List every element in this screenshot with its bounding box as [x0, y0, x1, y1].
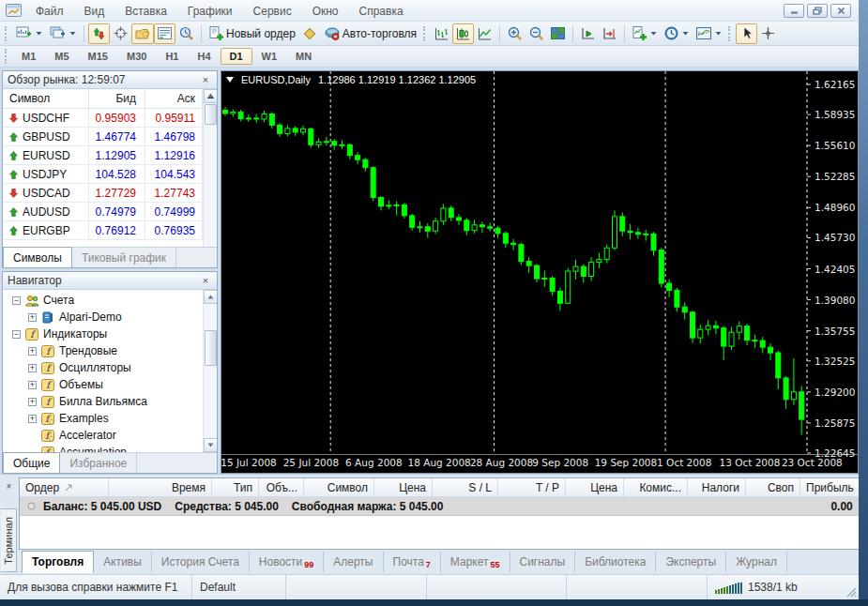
tree-item[interactable]: +fОсцилляторы [3, 359, 203, 376]
scroll-thumb[interactable] [205, 330, 217, 366]
dropdown-caret-icon[interactable] [682, 31, 689, 36]
terminal-button[interactable] [154, 23, 175, 44]
quote-row-EURGBP[interactable]: EURGBP 0.76912 0.76935 [3, 221, 203, 240]
tree-item[interactable]: +fОбъемы [3, 376, 203, 393]
auto-scroll-button[interactable] [577, 23, 599, 44]
quote-row-USDCAD[interactable]: USDCAD 1.27729 1.27743 [3, 184, 203, 203]
quote-row-EURUSD[interactable]: EURUSD 1.12905 1.12916 [3, 146, 203, 165]
resize-grip[interactable] [844, 575, 859, 599]
tree-item[interactable]: +fТрендовые [3, 342, 203, 359]
menu-Вставка[interactable]: Вставка [114, 4, 177, 19]
candlestick-chart[interactable]: 1.621651.589351.556101.522851.489601.457… [221, 71, 858, 474]
zoom-out-button[interactable] [525, 23, 547, 44]
terminal-tab-Журнал[interactable]: Журнал [726, 552, 787, 572]
terminal-tab-Библиотека[interactable]: Библиотека [575, 552, 656, 572]
terminal-column-2[interactable]: Тип [212, 478, 259, 496]
terminal-column-12[interactable]: Прибыль [800, 478, 860, 496]
timeframe-H4[interactable]: H4 [188, 48, 220, 65]
terminal-column-3[interactable]: Объ... [259, 478, 304, 496]
timeframe-M15[interactable]: M15 [79, 48, 117, 65]
crosshair-button[interactable] [757, 23, 779, 44]
tab-Тиковый график[interactable]: Тиковый график [72, 248, 176, 267]
terminal-column-6[interactable]: S / L [433, 478, 498, 496]
terminal-column-0[interactable]: Ордер [20, 478, 109, 496]
tab-Общие[interactable]: Общие [3, 452, 60, 473]
data-window-button[interactable] [110, 23, 131, 44]
zoom-in-button[interactable] [504, 23, 525, 44]
metaeditor-button[interactable] [299, 23, 321, 44]
scroll-down-icon[interactable] [204, 438, 218, 452]
terminal-column-5[interactable]: Цена [374, 478, 433, 496]
column-symbol[interactable]: Символ [3, 89, 89, 108]
quote-row-GBPUSD[interactable]: GBPUSD 1.46774 1.46798 [3, 128, 203, 146]
close-button[interactable] [830, 4, 851, 18]
terminal-tab-Торговля[interactable]: Торговля [22, 551, 94, 573]
navigator-button[interactable] [131, 23, 154, 44]
tree-item[interactable]: +Alpari-Demo [3, 309, 203, 326]
market-watch-titlebar[interactable]: Обзор рынка: 12:59:07 × [3, 71, 217, 89]
terminal-vertical-tab[interactable]: Терминал [1, 508, 17, 572]
close-icon[interactable]: × [199, 275, 212, 286]
market-watch-button[interactable] [88, 23, 110, 44]
status-profile[interactable]: Default [192, 575, 286, 599]
terminal-column-10[interactable]: Налоги [688, 478, 746, 496]
expander-plus-icon[interactable]: + [28, 347, 37, 356]
quote-row-USDCHF[interactable]: USDCHF 0.95903 0.95911 [3, 109, 203, 128]
tile-windows-button[interactable] [547, 23, 569, 44]
expander-plus-icon[interactable]: + [28, 313, 37, 322]
dropdown-caret-icon[interactable] [69, 31, 76, 36]
terminal-tab-Маркет[interactable]: Маркет55 [441, 552, 510, 572]
terminal-column-1[interactable]: Время [109, 478, 212, 496]
expander-plus-icon[interactable]: + [28, 381, 37, 389]
scroll-up-icon[interactable] [204, 290, 218, 304]
terminal-column-11[interactable]: Своп [746, 478, 800, 496]
tree-item[interactable]: −Счета [3, 292, 203, 309]
terminal-tab-Сигналы[interactable]: Сигналы [510, 552, 576, 572]
templates-button[interactable] [693, 23, 725, 44]
dropdown-caret-icon[interactable] [36, 31, 42, 36]
minimize-button[interactable] [784, 4, 804, 18]
new-chart-button[interactable] [12, 23, 46, 44]
timeframe-H1[interactable]: H1 [156, 48, 188, 65]
expander-minus-icon[interactable]: − [12, 296, 21, 305]
terminal-tab-Эксперты[interactable]: Эксперты [656, 552, 726, 572]
terminal-tab-Почта[interactable]: Почта7 [384, 552, 441, 572]
expander-minus-icon[interactable]: − [12, 330, 21, 339]
terminal-tab-Новости[interactable]: Новости99 [250, 552, 324, 572]
timeframe-W1[interactable]: W1 [252, 48, 287, 65]
tree-item[interactable]: −fИндикаторы [3, 326, 203, 342]
quote-row-USDJPY[interactable]: USDJPY 104.528 104.543 [3, 165, 203, 184]
chart-shift-button[interactable] [599, 23, 620, 44]
close-icon[interactable]: × [199, 74, 212, 85]
dropdown-caret-icon[interactable] [650, 31, 657, 36]
menu-Сервис[interactable]: Сервис [243, 4, 302, 19]
close-icon[interactable]: × [3, 480, 15, 492]
tree-item[interactable]: fAccelerator [3, 427, 203, 444]
cursor-button[interactable] [736, 23, 757, 44]
chart-line-button[interactable] [474, 23, 495, 44]
terminal-tab-Активы[interactable]: Активы [94, 552, 152, 572]
tab-Символы[interactable]: Символы [3, 247, 72, 267]
navigator-scrollbar[interactable] [203, 290, 217, 452]
expander-plus-icon[interactable]: + [28, 398, 37, 406]
autotrading-button[interactable]: Авто-торговля [321, 23, 420, 44]
expander-plus-icon[interactable]: + [28, 415, 37, 423]
periods-button[interactable] [661, 23, 693, 44]
timeframe-M1[interactable]: M1 [12, 48, 45, 65]
chart-candles-button[interactable] [452, 23, 474, 44]
profiles-button[interactable] [46, 23, 80, 44]
chart-window[interactable]: EURUSD,Daily 1.12986 1.12919 1.12362 1.1… [221, 70, 859, 474]
tree-item[interactable]: fAccumulation [3, 444, 203, 452]
navigator-titlebar[interactable]: Навигатор × [3, 272, 217, 290]
timeframe-M30[interactable]: M30 [117, 48, 156, 65]
chart-bars-button[interactable] [431, 23, 452, 44]
scroll-thumb[interactable] [205, 104, 217, 125]
restore-button[interactable] [807, 4, 828, 18]
timeframe-MN[interactable]: MN [286, 48, 321, 65]
menu-Файл[interactable]: Файл [25, 4, 74, 19]
terminal-column-7[interactable]: T / P [498, 478, 566, 496]
indicators-button[interactable] [629, 23, 661, 44]
column-ask[interactable]: Аск [145, 89, 203, 108]
timeframe-D1[interactable]: D1 [221, 48, 252, 65]
terminal-tab-Алерты[interactable]: Алерты [324, 552, 383, 572]
